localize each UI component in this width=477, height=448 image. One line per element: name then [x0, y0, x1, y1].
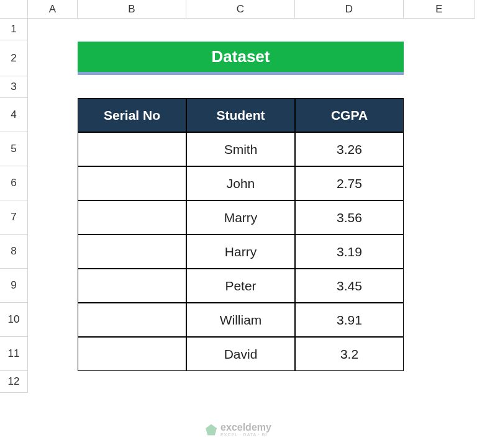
cell[interactable] — [404, 337, 475, 371]
td-serial[interactable] — [78, 269, 186, 303]
td-student[interactable]: Harry — [186, 235, 295, 269]
title-banner[interactable]: Dataset — [78, 42, 404, 75]
th-student[interactable]: Student — [186, 98, 295, 132]
cell[interactable] — [28, 19, 475, 40]
cell[interactable] — [404, 98, 475, 132]
td-cgpa[interactable]: 3.91 — [295, 303, 404, 337]
td-cgpa[interactable]: 3.19 — [295, 235, 404, 269]
td-cgpa[interactable]: 3.45 — [295, 269, 404, 303]
cell[interactable] — [28, 303, 78, 337]
exceldemy-logo-icon — [206, 424, 217, 436]
td-student[interactable]: William — [186, 303, 295, 337]
col-header-c[interactable]: C — [186, 0, 295, 19]
col-header-a[interactable]: A — [28, 0, 78, 19]
cell[interactable] — [28, 371, 475, 393]
td-serial[interactable] — [78, 166, 186, 200]
cell[interactable] — [404, 200, 475, 235]
cell[interactable] — [28, 200, 78, 235]
row-header-9[interactable]: 9 — [0, 269, 28, 303]
td-student[interactable]: David — [186, 337, 295, 371]
watermark-text: exceldemy EXCEL · DATA · BI — [220, 423, 271, 437]
cell[interactable] — [28, 132, 78, 166]
th-cgpa[interactable]: CGPA — [295, 98, 404, 132]
row-header-12[interactable]: 12 — [0, 371, 28, 393]
td-serial[interactable] — [78, 337, 186, 371]
cell[interactable] — [28, 40, 78, 76]
cell[interactable] — [28, 76, 475, 98]
th-serial[interactable]: Serial No — [78, 98, 186, 132]
row-header-7[interactable]: 7 — [0, 200, 28, 235]
row-header-5[interactable]: 5 — [0, 132, 28, 166]
watermark: exceldemy EXCEL · DATA · BI — [206, 423, 271, 437]
cell[interactable] — [28, 235, 78, 269]
row-header-2[interactable]: 2 — [0, 40, 28, 76]
watermark-sub: EXCEL · DATA · BI — [220, 432, 271, 437]
td-student[interactable]: Smith — [186, 132, 295, 166]
td-cgpa[interactable]: 3.56 — [295, 200, 404, 235]
row-header-6[interactable]: 6 — [0, 166, 28, 200]
td-serial[interactable] — [78, 200, 186, 235]
cell[interactable] — [404, 235, 475, 269]
cell[interactable] — [404, 303, 475, 337]
td-cgpa[interactable]: 2.75 — [295, 166, 404, 200]
cell[interactable] — [404, 269, 475, 303]
spreadsheet-grid: A B C D E 1 2 Dataset 3 4 Serial No Stud… — [0, 0, 477, 393]
watermark-main: exceldemy — [220, 423, 271, 432]
td-cgpa[interactable]: 3.26 — [295, 132, 404, 166]
td-student[interactable]: Marry — [186, 200, 295, 235]
cell[interactable] — [404, 166, 475, 200]
row-header-1[interactable]: 1 — [0, 19, 28, 40]
td-serial[interactable] — [78, 235, 186, 269]
cell[interactable] — [404, 132, 475, 166]
row-header-4[interactable]: 4 — [0, 98, 28, 132]
td-serial[interactable] — [78, 132, 186, 166]
td-cgpa[interactable]: 3.2 — [295, 337, 404, 371]
td-student[interactable]: Peter — [186, 269, 295, 303]
col-header-d[interactable]: D — [295, 0, 404, 19]
td-serial[interactable] — [78, 303, 186, 337]
row-header-10[interactable]: 10 — [0, 303, 28, 337]
cell[interactable] — [28, 98, 78, 132]
td-student[interactable]: John — [186, 166, 295, 200]
cell[interactable] — [28, 269, 78, 303]
row-header-3[interactable]: 3 — [0, 76, 28, 98]
cell[interactable] — [404, 40, 475, 76]
cell[interactable] — [28, 166, 78, 200]
row-header-11[interactable]: 11 — [0, 337, 28, 371]
col-header-b[interactable]: B — [78, 0, 186, 19]
col-header-e[interactable]: E — [404, 0, 475, 19]
corner-cell[interactable] — [0, 0, 28, 19]
cell[interactable] — [28, 337, 78, 371]
row-header-8[interactable]: 8 — [0, 235, 28, 269]
